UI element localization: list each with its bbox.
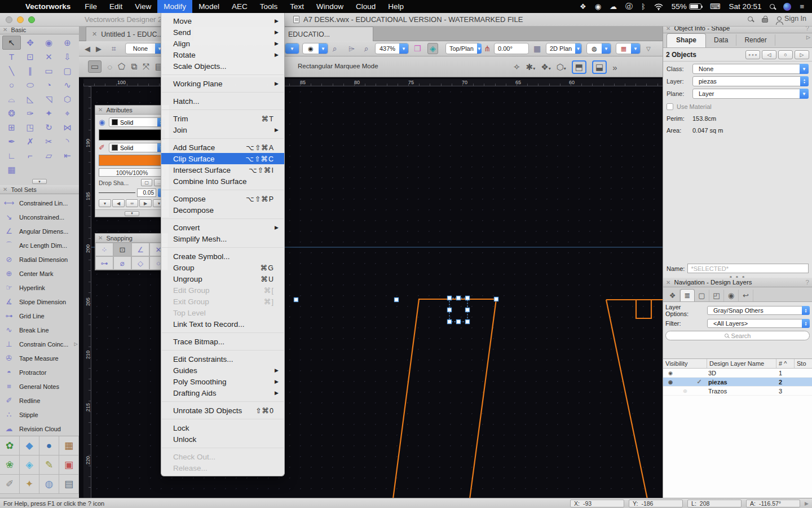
fill-color-bar[interactable] [99,129,165,141]
filter-dropdown[interactable]: <All Layers> [707,319,808,328]
shapes-icon[interactable]: ⬡▾ [557,62,566,72]
close-palette-icon[interactable]: ✕ [98,107,103,113]
menu-item[interactable]: Intersect Surface ⌥⇧⌘I [161,164,284,176]
view-dropdown[interactable]: Top/Plan▼ [445,43,480,54]
constraints-icon[interactable]: ❖▾ [541,62,550,72]
basic-tool[interactable]: ⇩ [58,50,77,64]
menu-item[interactable]: Ungroup ⌘U [161,273,284,284]
snap-toggle[interactable]: ◇ [131,256,149,270]
menubar-clock[interactable]: Sat 20:51 [729,2,762,11]
menubar-item[interactable]: Help [382,0,410,13]
menubar-item[interactable]: Model [192,0,226,13]
menu-item[interactable]: Scale Objects... [161,60,284,72]
toolbar-overflow-chevron[interactable]: ▽ [646,43,651,54]
menu-item[interactable]: Poly Smoothing ▶ [161,376,284,387]
name-field[interactable]: *SELECTED* [687,264,809,273]
layer-dropdown[interactable]: ▼ [285,43,299,54]
flyout-arrow-icon[interactable]: ▷ [806,34,810,40]
rectangular-marquee-mode-icon[interactable]: ▭ [88,60,102,73]
layer-value-dropdown[interactable]: piezas [692,76,807,86]
snap-toggle[interactable]: ⊶ [95,256,113,270]
snap-toggle[interactable]: ⁘ [95,243,113,256]
navigation-mode-tab[interactable]: ❖ [665,290,680,301]
toolset-item[interactable]: ◓ Protractor [3,365,79,379]
menu-item[interactable] [162,401,284,402]
menu-item[interactable]: Release... [161,462,284,474]
settings-gear-icon[interactable]: ✱▾ [526,62,536,72]
opacity-button[interactable]: 100%/100% [99,168,165,177]
snap-toggle[interactable]: ⊡ [113,243,131,256]
visibility-eye-icon[interactable]: ◉ [663,379,678,385]
basic-tool[interactable]: ✦ [39,106,58,120]
render-mode-dropdown[interactable]: ◍▼ [586,43,611,54]
spotlight-icon[interactable] [770,4,775,9]
menubar-item[interactable]: Cloud [350,0,382,13]
toolset-item[interactable]: ✐ Redline [3,393,79,408]
fit-to-page-icon[interactable]: ⌕ [333,43,337,54]
object-nav-button[interactable]: ∘∘∘ [745,50,760,59]
menu-item[interactable] [162,138,284,139]
basic-tool[interactable]: ◳ [21,120,39,134]
coordinate-field[interactable]: X: -93 [570,500,624,507]
pen-color-bar[interactable] [99,155,165,166]
basic-tool[interactable]: ▢ [58,64,77,78]
menu-item[interactable]: Rotate ▶ [161,49,284,60]
menu-item[interactable]: Decompose [161,204,284,216]
basic-tool[interactable]: ○ [2,78,21,92]
menu-item[interactable]: Simplify Mesh... [161,233,284,244]
menu-item[interactable] [162,75,284,75]
close-palette-icon[interactable]: ✕ [98,235,103,241]
basic-tool[interactable]: ✕ [39,50,58,64]
menu-item[interactable]: Drafting Aids ▶ [161,387,284,398]
layer-row[interactable]: ◎ Trazos 3 [663,387,812,396]
search-icon[interactable] [748,16,753,21]
class-value-dropdown[interactable]: None [692,64,807,74]
zoom-icon[interactable]: ⌕ [364,43,369,54]
menu-item[interactable]: Top Level [161,307,284,318]
basic-tool[interactable]: ⬭ [21,78,39,92]
menu-item[interactable]: Edit Group ⌘[ [161,284,284,296]
basic-tool[interactable]: ▱ [39,148,58,163]
saved-views-icon[interactable]: ⌗ [112,43,116,54]
menu-item[interactable]: Group ⌘G [161,262,284,273]
menu-item[interactable] [162,448,284,448]
toolset-category[interactable]: ✐ [0,475,20,494]
more-chevron-icon[interactable]: » [612,63,617,72]
attributes-nav-button[interactable]: ∞ [126,199,138,207]
visibility-dropdown[interactable]: ◉▼ [302,43,328,54]
object-nav-button[interactable]: ◁ [762,50,776,59]
navigation-mode-tab[interactable]: ↩ [739,290,753,301]
toolset-item[interactable]: ⊕ Center Mark [3,266,79,281]
navigation-header[interactable]: ✕ Navigation - Design Layers ? [663,278,812,287]
toolset-category[interactable]: ❀ [0,456,20,475]
minimize-window-button[interactable] [17,16,24,23]
attributes-palette-header[interactable]: ✕ Attributes ? [95,106,169,115]
menu-item[interactable] [162,92,284,93]
basic-tool[interactable]: ⋈ [58,120,77,134]
menu-item[interactable]: Combine Into Surface [161,176,284,187]
menu-item[interactable]: Add Surface ⌥⇧⌘A [161,142,284,153]
help-icon[interactable]: ? [806,279,809,286]
menu-item[interactable]: Trim ⌘T [161,113,284,124]
menubar-item[interactable]: Vectorworks [19,0,78,13]
toolset-item[interactable]: ☞ Hyperlink [3,281,79,295]
render-style-dropdown[interactable]: ▦▼ [616,43,641,54]
basic-tool[interactable]: ⬡ [58,92,77,106]
fill-style-dropdown[interactable]: Solid ▲▼ [109,117,165,127]
forward-button[interactable]: ▶ [96,43,102,54]
palette-collapse-button[interactable]: ▾ [125,211,139,216]
wand-icon[interactable]: ✧ [513,62,520,72]
menu-item[interactable]: Link Text to Record... [161,318,284,330]
line-weight-field[interactable]: 0.05 [137,189,156,197]
toolset-item[interactable]: ⟷ Constrained Lin... [3,196,79,210]
column-visibility[interactable]: Visibility [663,359,707,368]
toolsets-palette-header[interactable]: ✕ Tool Sets [0,185,79,194]
toolset-category[interactable]: ◈ [20,456,39,475]
navigation-mode-tab[interactable]: ◉ [724,290,739,301]
basic-tool[interactable]: ⊞ [2,120,21,134]
coordinate-field[interactable]: Y: -186 [629,500,683,507]
chain-mode-icon[interactable]: ⧉ [131,62,137,72]
working-plane-icon[interactable]: ◈ [427,43,438,54]
menu-item[interactable] [162,350,284,351]
basic-tool[interactable]: ✒ [2,134,21,148]
